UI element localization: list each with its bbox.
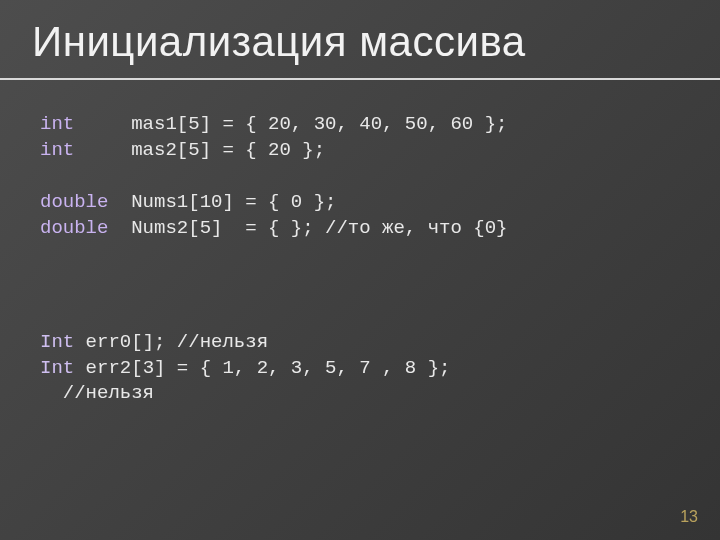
code-text: Nums1[10] = { 0 }; xyxy=(108,191,336,213)
keyword-int-cap: Int xyxy=(40,331,74,353)
page-number: 13 xyxy=(680,508,698,526)
title-underline xyxy=(0,78,720,80)
code-text: mas1[5] = { 20, 30, 40, 50, 60 }; xyxy=(74,113,507,135)
code-text: //нельзя xyxy=(40,382,154,404)
keyword-int-cap: Int xyxy=(40,357,74,379)
slide-title: Инициализация массива xyxy=(32,18,526,66)
code-text: err2[3] = { 1, 2, 3, 5, 7 , 8 }; xyxy=(74,357,462,379)
code-block-2: double Nums1[10] = { 0 }; double Nums2[5… xyxy=(40,190,507,241)
code-block-3: Int err0[]; //нельзя Int err2[3] = { 1, … xyxy=(40,330,462,407)
slide: Инициализация массива int mas1[5] = { 20… xyxy=(0,0,720,540)
keyword-double: double xyxy=(40,191,108,213)
code-text: mas2[5] = { 20 }; xyxy=(74,139,325,161)
keyword-int: int xyxy=(40,113,74,135)
keyword-double: double xyxy=(40,217,108,239)
keyword-int: int xyxy=(40,139,74,161)
code-text: Nums2[5] = { }; //то же, что {0} xyxy=(108,217,507,239)
code-text: err0[]; //нельзя xyxy=(74,331,268,353)
code-block-1: int mas1[5] = { 20, 30, 40, 50, 60 }; in… xyxy=(40,112,507,163)
